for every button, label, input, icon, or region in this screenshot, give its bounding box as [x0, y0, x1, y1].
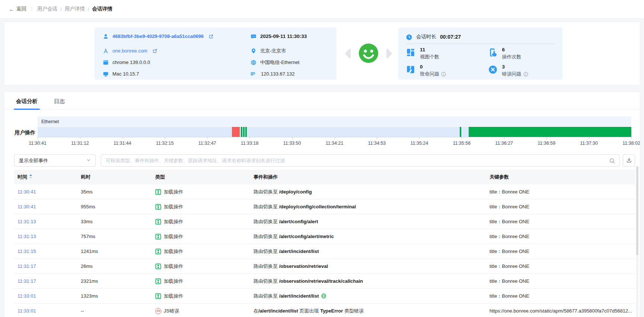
- table-row[interactable]: 11:30:41 35ms JS 加载操作 路由切换至 /deploy/conf…: [14, 185, 635, 199]
- event-type-label: 加载操作: [164, 233, 183, 240]
- table-row[interactable]: 11:33:01 -- JS JS错误 在/alert/incident/lis…: [14, 304, 635, 317]
- table-row[interactable]: 11:31:17 26ms JS 加载操作 路由切换至 /observation…: [14, 259, 635, 274]
- timeline-segment[interactable]: [245, 127, 247, 137]
- breadcrumb-item-session-detail: 会话详情: [92, 6, 112, 12]
- errors-count: 3: [502, 64, 528, 70]
- event-table: 时间 耗时 类型 事件和操作 关键参数 11:30:41 35ms JS 加载操…: [14, 170, 635, 317]
- external-link-icon[interactable]: [209, 34, 213, 39]
- event-time-link[interactable]: 11:33:01: [14, 308, 77, 314]
- tab-logs[interactable]: 日志: [53, 96, 66, 109]
- session-os: Mac 10.15.7: [112, 71, 139, 77]
- sort-icon[interactable]: [29, 174, 32, 180]
- timeline-segment[interactable]: [243, 127, 245, 137]
- session-uuid-link[interactable]: 4683bfbf-3be9-4029-9708-a6a51cca0696: [112, 33, 204, 39]
- back-button[interactable]: ← 返回: [9, 6, 26, 12]
- table-scrollbar[interactable]: [636, 166, 638, 317]
- ip-icon: IP: [251, 71, 257, 77]
- breadcrumb-item-user-detail[interactable]: 用户详情: [65, 6, 85, 12]
- js-error-icon: JS: [155, 308, 161, 314]
- axis-tick: [122, 137, 123, 139]
- info-icon[interactable]: [523, 72, 528, 77]
- event-type: JS 加载操作: [152, 204, 250, 210]
- search-icon[interactable]: [609, 158, 615, 165]
- table-row[interactable]: 11:31:15 1241ms JS 加载操作 路由切换至 /alert/inc…: [14, 244, 635, 259]
- event-duration: 1323ms: [77, 293, 152, 299]
- col-time[interactable]: 时间: [17, 174, 27, 180]
- event-search-input[interactable]: [101, 155, 619, 166]
- event-description: 路由切换至 /deploy/config: [250, 189, 486, 195]
- session-browser: chrome 139.0.0.0: [112, 60, 150, 65]
- table-row[interactable]: 11:33:01 1323ms JS 加载操作 路由切换至 /alert/inc…: [14, 289, 635, 304]
- event-text: 在: [254, 308, 258, 314]
- table-row[interactable]: 11:31:13 33ms JS 加载操作 路由切换至 /alert/confi…: [14, 214, 635, 229]
- user-icon: [103, 33, 109, 39]
- timeline-segment[interactable]: [460, 127, 461, 137]
- breadcrumb-item-sessions[interactable]: 用户会话: [37, 6, 57, 12]
- duration-value: 00:07:27: [440, 34, 461, 40]
- axis-label: 11:31:12: [71, 141, 89, 146]
- load-action-icon: [155, 249, 161, 254]
- event-path: /observation/retrieval: [279, 263, 328, 269]
- event-time-link[interactable]: 11:31:17: [14, 263, 77, 269]
- event-filter-row: 显示全部事件: [14, 154, 635, 167]
- load-action-icon: [155, 204, 161, 210]
- event-type: JS 加载操作: [152, 189, 250, 195]
- event-time-link[interactable]: 11:31:13: [14, 234, 77, 239]
- browser-icon: [103, 60, 109, 65]
- chevron-right-icon[interactable]: [385, 48, 394, 60]
- event-text: 类型错误: [343, 308, 364, 314]
- scrollbar-thumb[interactable]: [636, 166, 638, 255]
- user-action-timeline: 用户操作 Ethernet 11:30:4111:31:1211:31:4411…: [38, 116, 631, 149]
- timeline-bar[interactable]: [38, 127, 631, 137]
- event-params: title：Bonree ONE: [486, 263, 635, 270]
- table-row[interactable]: 11:31:13 757ms JS 加载操作 路由切换至 /alert/conf…: [14, 229, 635, 244]
- timeline-segment[interactable]: [241, 127, 242, 137]
- event-time-link[interactable]: 11:31:13: [14, 219, 77, 224]
- event-description: 路由切换至 /alert/config/alert/metric: [250, 233, 486, 240]
- axis-label: 11:34:21: [326, 141, 344, 146]
- event-duration: 955ms: [77, 204, 152, 209]
- chat-icon: [251, 33, 256, 39]
- download-button[interactable]: [623, 154, 635, 167]
- error-icon: [488, 65, 498, 74]
- event-time-link[interactable]: 11:30:41: [14, 189, 77, 195]
- taps-icon: [488, 48, 498, 57]
- external-link-icon[interactable]: [153, 49, 157, 53]
- event-time-link[interactable]: 11:31:17: [14, 278, 77, 284]
- event-time-link[interactable]: 11:31:15: [14, 249, 77, 254]
- timeline-segment[interactable]: [469, 127, 631, 137]
- stat-fatal: 0 致命问题: [406, 64, 488, 77]
- app-domain-link[interactable]: one.bonree.com: [112, 48, 147, 54]
- table-row[interactable]: 11:31:17 2321ms JS 加载操作 路由切换至 /observati…: [14, 274, 635, 289]
- col-params: 关键参数: [486, 174, 635, 180]
- axis-tick: [38, 137, 38, 139]
- fatal-icon: [406, 65, 415, 74]
- load-action-icon: [155, 189, 161, 195]
- load-action-icon: [155, 234, 161, 240]
- chevron-left-icon[interactable]: [343, 48, 352, 60]
- axis-tick: [207, 137, 208, 139]
- event-params: title：Bonree ONE: [486, 204, 635, 210]
- table-row[interactable]: 11:30:41 955ms JS 加载操作 路由切换至 /deploy/con…: [14, 199, 635, 214]
- event-text: 路由切换至: [254, 249, 279, 254]
- back-label: 返回: [16, 6, 26, 12]
- load-action-icon: [155, 219, 161, 225]
- network-globe-icon: [251, 60, 256, 65]
- tab-session-analysis[interactable]: 会话分析: [15, 96, 38, 109]
- event-type-dropdown[interactable]: 显示全部事件: [14, 154, 96, 167]
- event-time-link[interactable]: 11:30:41: [14, 204, 77, 209]
- chevron-down-icon: [86, 158, 91, 163]
- timeline-segment[interactable]: [232, 127, 240, 137]
- event-type-label: 加载操作: [164, 278, 183, 285]
- event-table-header: 时间 耗时 类型 事件和操作 关键参数: [14, 170, 635, 185]
- event-params: title：Bonree ONE: [486, 293, 635, 300]
- event-time-link[interactable]: 11:33:01: [14, 293, 77, 299]
- event-duration: 35ms: [77, 189, 152, 195]
- views-count: 11: [420, 47, 439, 52]
- event-path: /alert/config/alert/metric: [279, 234, 334, 239]
- info-icon[interactable]: [441, 72, 446, 77]
- page-globe-icon[interactable]: [321, 293, 326, 299]
- fatal-label: 致命问题: [420, 71, 439, 77]
- event-text: 路由切换至: [254, 189, 279, 195]
- event-description: 路由切换至 /observation/retrieval: [250, 263, 486, 270]
